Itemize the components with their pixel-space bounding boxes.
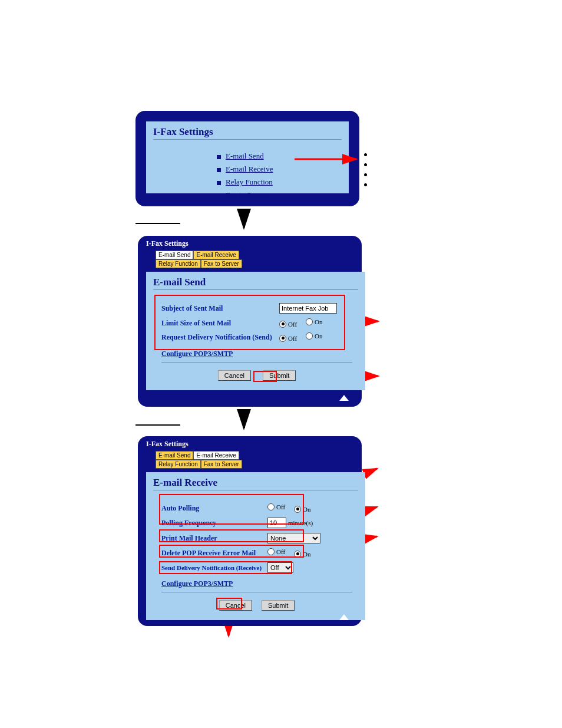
- panel1-title: I-Fax Settings: [146, 121, 349, 139]
- text-underline: [135, 223, 180, 224]
- limit-on-radio[interactable]: On: [306, 318, 322, 325]
- configure-pop3-smtp-link[interactable]: Configure POP3/SMTP: [161, 579, 233, 588]
- menu-item-email-receive[interactable]: E-mail Receive: [217, 164, 342, 174]
- row-auto-polling: Auto Polling Off On: [161, 503, 352, 513]
- radio-icon: [294, 506, 301, 513]
- divider: [153, 490, 358, 490]
- tab-email-receive[interactable]: E-mail Receive: [193, 451, 239, 460]
- polling-frequency-label: Polling Frequency: [161, 519, 267, 528]
- delete-pop-error-label: Delete POP Receive Error Mail: [161, 549, 267, 558]
- submit-button[interactable]: Submit: [262, 600, 295, 611]
- print-mail-header-label: Print Mail Header: [161, 534, 267, 543]
- sdn-select[interactable]: Off: [267, 562, 293, 573]
- radio-icon: [267, 548, 275, 555]
- button-row: Cancel Submit: [161, 365, 352, 388]
- radio-icon: [267, 503, 275, 510]
- bullet-icon: [364, 183, 367, 186]
- delete-err-off-radio[interactable]: Off: [267, 548, 285, 555]
- divider: [161, 592, 352, 592]
- tab-email-send[interactable]: E-mail Send: [156, 251, 193, 259]
- radio-label-on: On: [315, 332, 322, 340]
- menu-link-fax-to-server[interactable]: Fax to Server: [226, 190, 267, 199]
- row-print-mail-header: Print Mail Header None: [161, 533, 352, 543]
- radio-icon: [279, 335, 286, 342]
- menu-link-email-receive[interactable]: E-mail Receive: [226, 164, 273, 173]
- configure-pop3-smtp-link[interactable]: Configure POP3/SMTP: [161, 350, 233, 358]
- cancel-button[interactable]: Cancel: [219, 600, 252, 611]
- radio-label-on: On: [303, 551, 310, 558]
- limit-off-radio[interactable]: Off: [279, 321, 297, 328]
- tab-strip: E-mail SendE-mail Receive Relay Function…: [140, 251, 359, 268]
- tab-fax-to-server[interactable]: Fax to Server: [201, 460, 242, 469]
- auto-polling-label: Auto Polling: [161, 504, 267, 513]
- email-send-panel: I-Fax Settings E-mail SendE-mail Receive…: [138, 236, 362, 407]
- radio-label-off: Off: [276, 503, 285, 510]
- row-polling-frequency: Polling Frequency minute(s): [161, 518, 352, 528]
- radio-label-on: On: [303, 506, 310, 513]
- row-limit-size: Limit Size of Sent Mail Off On: [161, 318, 352, 328]
- tab-fax-to-server[interactable]: Fax to Server: [201, 259, 242, 268]
- radio-label-off: Off: [288, 335, 297, 342]
- tab-email-receive[interactable]: E-mail Receive: [193, 251, 239, 259]
- ifax-settings-menu-panel: I-Fax Settings E-mail Send E-mail Receiv…: [135, 111, 359, 206]
- tab-relay-function[interactable]: Relay Function: [156, 460, 201, 469]
- radio-label-off: Off: [288, 321, 297, 328]
- radio-icon: [306, 332, 313, 340]
- scroll-top-icon[interactable]: [339, 614, 349, 620]
- ifax-menu: E-mail Send E-mail Receive Relay Functio…: [146, 146, 349, 209]
- breadcrumb: I-Fax Settings: [140, 238, 359, 251]
- menu-item-email-send[interactable]: E-mail Send: [217, 151, 342, 161]
- sdn-label: Send Delivery Notification (Receive): [161, 564, 267, 571]
- subject-input[interactable]: [279, 303, 337, 314]
- menu-item-fax-to-server[interactable]: Fax to Server: [217, 190, 342, 200]
- bullet-icon: [217, 181, 221, 185]
- rdn-label: Request Delivery Notification (Send): [161, 333, 279, 342]
- bullet-icon: [217, 194, 221, 198]
- divider: [161, 362, 352, 363]
- delete-err-on-radio[interactable]: On: [294, 551, 310, 558]
- panel2-title: E-mail Send: [146, 272, 365, 289]
- bullet-icon: [217, 155, 221, 159]
- menu-item-relay-function[interactable]: Relay Function: [217, 177, 342, 187]
- menu-link-relay-function[interactable]: Relay Function: [226, 177, 273, 186]
- bullet-icon: [364, 163, 367, 166]
- print-mail-header-select[interactable]: None: [267, 533, 320, 543]
- panel3-title: E-mail Receive: [146, 472, 365, 490]
- rdn-off-radio[interactable]: Off: [279, 335, 297, 342]
- tab-relay-function[interactable]: Relay Function: [156, 259, 201, 268]
- limit-size-label: Limit Size of Sent Mail: [161, 319, 279, 328]
- cancel-button[interactable]: Cancel: [218, 370, 251, 381]
- row-request-delivery-notif: Request Delivery Notification (Send) Off…: [161, 332, 352, 342]
- text-underline: [135, 424, 180, 426]
- radio-icon: [294, 551, 301, 558]
- row-delete-pop-error: Delete POP Receive Error Mail Off On: [161, 548, 352, 558]
- menu-link-email-send[interactable]: E-mail Send: [226, 151, 264, 160]
- bullet-icon: [217, 168, 221, 172]
- radio-label-on: On: [315, 318, 322, 325]
- polling-unit-label: minute(s): [288, 519, 313, 526]
- radio-icon: [306, 318, 313, 325]
- radio-icon: [279, 321, 286, 328]
- scroll-top-icon[interactable]: [339, 395, 349, 401]
- bullet-icon: [364, 173, 367, 176]
- auto-polling-on-radio[interactable]: On: [294, 506, 310, 513]
- row-subject: Subject of Sent Mail: [161, 303, 352, 314]
- divider: [153, 139, 342, 140]
- auto-polling-off-radio[interactable]: Off: [267, 503, 285, 510]
- radio-label-off: Off: [276, 548, 285, 555]
- submit-button[interactable]: Submit: [263, 370, 296, 381]
- breadcrumb: I-Fax Settings: [140, 439, 359, 451]
- bullet-icon: [364, 153, 367, 156]
- tab-email-send[interactable]: E-mail Send: [156, 451, 193, 460]
- email-receive-panel: I-Fax Settings E-mail SendE-mail Receive…: [138, 436, 362, 626]
- tab-strip: E-mail SendE-mail Receive Relay Function…: [140, 451, 359, 469]
- rdn-on-radio[interactable]: On: [306, 332, 322, 340]
- button-row: Cancel Submit: [161, 595, 352, 618]
- row-send-delivery-notif: Send Delivery Notification (Receive) Off: [161, 562, 352, 573]
- polling-frequency-input[interactable]: [267, 518, 286, 528]
- divider: [153, 289, 358, 290]
- subject-label: Subject of Sent Mail: [161, 304, 279, 313]
